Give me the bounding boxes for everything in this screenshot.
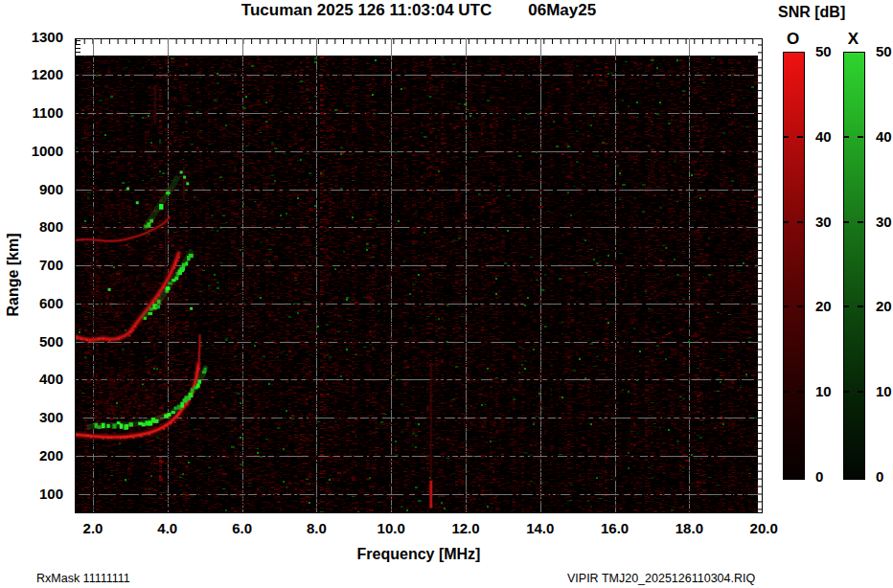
x-tick-label: 8.0: [287, 520, 345, 536]
colorbar-tick-dash: [797, 136, 803, 138]
y-tick-label: 200: [0, 447, 63, 464]
y-axis-label: Range [km]: [5, 179, 22, 371]
title-station-time: Tucuman 2025 126 11:03:04 UTC: [241, 1, 492, 19]
x-tick-label: 16.0: [586, 520, 644, 536]
colorbar-o-tick-label: 30: [815, 214, 840, 230]
x-axis-label: Frequency [MHz]: [75, 546, 763, 563]
rxmask-annotation: RxMask 11111111: [36, 572, 130, 585]
colorbar-x-label: X: [843, 30, 863, 49]
colorbar-tick-dash: [858, 136, 863, 138]
title-date: 06May25: [528, 1, 596, 19]
colorbar-x-tick-label: 20: [876, 298, 893, 314]
colorbar-x-tick-label: 50: [876, 43, 893, 59]
x-tick-label: 2.0: [64, 520, 122, 536]
y-tick-label: 1300: [0, 29, 63, 46]
colorbar-x-tick-label: 40: [876, 128, 893, 145]
y-tick-label: 100: [0, 486, 63, 503]
colorbar-x-tick-label: 10: [876, 383, 893, 399]
colorbar-tick-dash: [783, 221, 789, 223]
colorbar-tick-dash: [797, 305, 803, 307]
x-tick-label: 12.0: [437, 520, 494, 536]
ionogram-canvas: [75, 38, 763, 513]
colorbar-o-tick-label: 20: [815, 298, 840, 314]
y-tick-label: 1000: [0, 143, 63, 160]
colorbar-tick-dash: [843, 136, 849, 138]
y-tick-label: 400: [0, 371, 63, 388]
source-file-annotation: VIPIR TMJ20_2025126110304.RIQ: [567, 572, 755, 585]
x-tick-label: 20.0: [735, 520, 792, 536]
y-tick-label: 300: [0, 409, 63, 426]
colorbar-tick-dash: [843, 221, 849, 223]
colorbar-tick-dash: [783, 391, 789, 393]
colorbar-o-tick-label: 10: [815, 383, 840, 399]
colorbar-tick-dash: [843, 305, 849, 307]
colorbar-tick-dash: [858, 391, 863, 393]
colorbar-x-tick-label: 0: [876, 468, 893, 485]
colorbar-tick-dash: [858, 305, 863, 307]
colorbar-tick-dash: [797, 221, 803, 223]
colorbar-o-label: O: [783, 30, 803, 49]
colorbar-title: SNR [dB]: [778, 4, 845, 21]
colorbar-o-gradient: [783, 52, 805, 480]
x-tick-label: 4.0: [139, 520, 196, 536]
colorbar-tick-dash: [783, 305, 789, 307]
x-tick-label: 18.0: [660, 520, 718, 536]
colorbar-tick-dash: [843, 391, 849, 393]
colorbar-x-gradient: [843, 52, 865, 480]
colorbar-o-tick-label: 40: [815, 128, 840, 145]
ionogram-app: Tucuman 2025 126 11:03:04 UTC06May25 SNR…: [0, 0, 893, 588]
colorbar-x-tick-label: 30: [876, 214, 893, 230]
colorbar-o-tick-label: 0: [815, 468, 840, 485]
y-tick-label: 1100: [0, 104, 63, 122]
colorbar-tick-dash: [858, 221, 863, 223]
colorbar-tick-dash: [783, 136, 789, 138]
page-title: Tucuman 2025 126 11:03:04 UTC06May25: [75, 1, 763, 20]
y-tick-label: 1200: [0, 66, 63, 83]
x-tick-label: 14.0: [512, 520, 569, 536]
colorbar-tick-dash: [797, 391, 803, 393]
x-tick-label: 10.0: [362, 520, 420, 536]
colorbar-o-tick-label: 50: [815, 43, 840, 59]
x-tick-label: 6.0: [214, 520, 271, 536]
